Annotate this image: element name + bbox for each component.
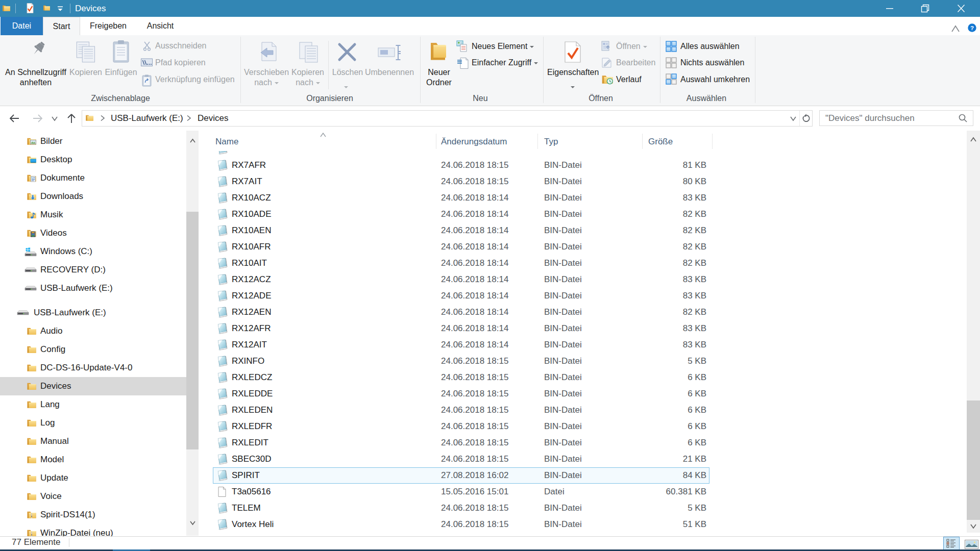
svg-text:?: ? <box>970 25 974 31</box>
